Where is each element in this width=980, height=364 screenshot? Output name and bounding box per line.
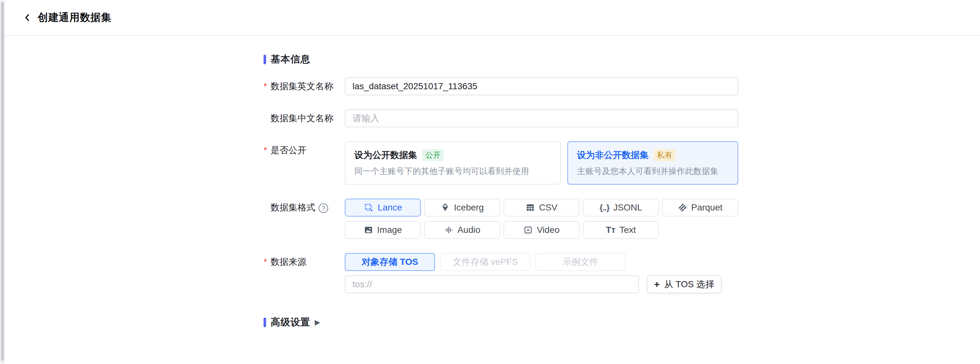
row-format: 数据集格式? Lance bbox=[264, 199, 980, 239]
row-source: *数据来源 对象存储 TOS 文件存储 vePFS 示例文件 + 从 TOS 选… bbox=[264, 253, 980, 293]
section-title-basic: 基本信息 bbox=[270, 53, 310, 66]
format-option-iceberg[interactable]: Iceberg bbox=[424, 199, 500, 216]
section-title-advanced: 高级设置 bbox=[270, 316, 310, 329]
left-scroll-rail bbox=[0, 0, 5, 364]
format-option-video[interactable]: Video bbox=[503, 221, 579, 239]
required-asterisk: * bbox=[264, 78, 270, 95]
private-card-title: 设为非公开数据集 bbox=[577, 149, 649, 161]
section-accent-bar bbox=[264, 55, 266, 64]
scrollbar-thumb[interactable] bbox=[1, 2, 4, 361]
source-tab-vepfs[interactable]: 文件存储 vePFS bbox=[440, 253, 530, 271]
visibility-label: *是否公开 bbox=[264, 141, 345, 184]
chinese-name-label: 数据集中文名称 bbox=[264, 110, 345, 127]
video-icon bbox=[523, 225, 533, 235]
csv-icon bbox=[525, 203, 535, 212]
source-tab-tos[interactable]: 对象存储 TOS bbox=[345, 253, 435, 271]
format-option-csv[interactable]: CSV bbox=[503, 199, 579, 216]
row-english-name: *数据集英文名称 bbox=[264, 78, 980, 95]
source-label: *数据来源 bbox=[264, 253, 345, 293]
format-option-lance[interactable]: Lance bbox=[345, 199, 421, 216]
help-icon[interactable]: ? bbox=[318, 203, 328, 213]
audio-icon bbox=[444, 225, 453, 235]
row-visibility: *是否公开 设为公开数据集 公开 同一个主账号下的其他子账号均可以看到并使用 bbox=[264, 141, 980, 184]
public-card-title: 设为公开数据集 bbox=[355, 149, 417, 161]
tos-path-input[interactable] bbox=[345, 275, 639, 293]
public-card-desc: 同一个主账号下的其他子账号均可以看到并使用 bbox=[355, 166, 551, 177]
public-badge: 公开 bbox=[422, 149, 444, 161]
parquet-icon bbox=[678, 203, 687, 212]
back-chevron-icon bbox=[22, 13, 33, 23]
required-asterisk: * bbox=[264, 253, 270, 271]
text-icon: Tт bbox=[606, 225, 616, 235]
advanced-settings-toggle[interactable]: 高级设置 ▶ bbox=[264, 316, 980, 329]
format-option-text[interactable]: Tт Text bbox=[583, 221, 659, 239]
plus-icon: + bbox=[654, 280, 660, 289]
page-header: 创建通用数据集 bbox=[5, 0, 980, 36]
lance-icon bbox=[364, 202, 374, 213]
source-tab-sample[interactable]: 示例文件 bbox=[535, 253, 625, 271]
format-option-jsonl[interactable]: {..} JSONL bbox=[583, 199, 659, 216]
row-chinese-name: 数据集中文名称 bbox=[264, 110, 980, 127]
back-button[interactable] bbox=[21, 11, 35, 25]
chevron-right-icon: ▶ bbox=[315, 318, 320, 327]
format-option-image[interactable]: Image bbox=[345, 221, 421, 239]
private-card-desc: 主账号及您本人可看到并操作此数据集 bbox=[577, 166, 729, 177]
page-title: 创建通用数据集 bbox=[38, 11, 111, 25]
format-label: 数据集格式? bbox=[264, 199, 345, 239]
tos-select-button[interactable]: + 从 TOS 选择 bbox=[647, 275, 722, 293]
section-header-basic: 基本信息 bbox=[264, 53, 980, 66]
visibility-card-private[interactable]: 设为非公开数据集 私有 主账号及您本人可看到并操作此数据集 bbox=[567, 141, 738, 184]
iceberg-icon bbox=[441, 203, 450, 212]
create-dataset-page: 创建通用数据集 基本信息 *数据集英文名称 数据集中文名称 bbox=[5, 0, 980, 364]
jsonl-icon: {..} bbox=[600, 203, 609, 213]
chinese-name-input[interactable] bbox=[345, 110, 738, 127]
format-option-audio[interactable]: Audio bbox=[424, 221, 500, 239]
image-icon bbox=[364, 225, 373, 235]
private-badge: 私有 bbox=[654, 149, 676, 161]
english-name-input[interactable] bbox=[345, 78, 738, 95]
visibility-card-public[interactable]: 设为公开数据集 公开 同一个主账号下的其他子账号均可以看到并使用 bbox=[345, 141, 561, 184]
format-option-parquet[interactable]: Parquet bbox=[662, 199, 738, 216]
section-accent-bar bbox=[264, 318, 266, 327]
english-name-label: *数据集英文名称 bbox=[264, 78, 345, 95]
required-asterisk: * bbox=[264, 141, 270, 159]
